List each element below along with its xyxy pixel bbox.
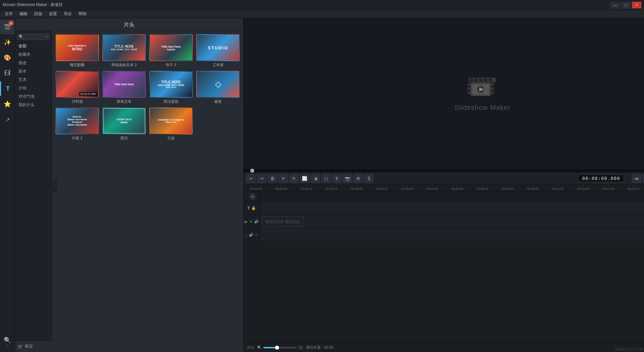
audio-track-mute-icon[interactable]: 🔊 — [249, 233, 254, 237]
zoom-controls: 缩放: 🔍 ⊡ — [247, 345, 303, 350]
category-intro[interactable]: 介绍 — [15, 84, 52, 92]
sidebar-item-zoom[interactable]: 🔍 + — [0, 335, 15, 349]
zoom-slider[interactable] — [263, 347, 297, 348]
thumbnail-preview: Creativity is contagious Pass it on. — [149, 107, 193, 134]
ruler-tick: 00:00:05 — [269, 185, 294, 190]
list-item[interactable]: STUDIO 工作室 — [196, 34, 240, 68]
sidebar-item-transition[interactable]: 🎞 — [0, 66, 15, 81]
sidebar-item-media[interactable]: 🎬 1 — [0, 19, 15, 34]
svg-rect-6 — [467, 91, 471, 94]
video-track-controls: ▶ 👁 🔊 — [244, 215, 260, 228]
category-basic[interactable]: 基本 — [15, 67, 52, 76]
category-all[interactable]: 全部 — [15, 42, 52, 50]
thumbnail-preview: 00:00:02:986 — [55, 71, 99, 98]
video-track-content[interactable]: 将您的文件 拖至此处 — [260, 215, 644, 228]
list-item[interactable]: Title text here 简单文本 — [102, 71, 146, 104]
list-item[interactable]: TITLE HERE AND SOME TEXT HERE SUB TITLE … — [149, 71, 193, 104]
settings-button[interactable]: ⚙ — [354, 174, 363, 183]
sidebar-item-filter[interactable]: 🎨 — [0, 50, 15, 65]
video-track-visibility-icon[interactable]: 👁 — [249, 220, 253, 224]
list-item[interactable]: ◇ 菱形 — [196, 71, 240, 104]
list-item[interactable]: TITLE HERE AND SOME TEXT HERE 带线条的文本 2 — [102, 34, 146, 68]
search-clear-icon[interactable]: ✕ — [45, 35, 48, 39]
list-item[interactable]: YOUR TEXT HERE 西式 — [102, 107, 146, 141]
track-row-video: ▶ 👁 🔊 将您的文件 拖至此处 — [244, 215, 644, 228]
window-controls: — □ ✕ — [610, 2, 641, 8]
svg-rect-7 — [491, 83, 494, 86]
undo-button[interactable]: ↩ — [246, 174, 256, 183]
track-row-text: T 🔒 — [244, 202, 644, 215]
project-length-label: 项目长度: 00:00 — [306, 345, 333, 350]
search-box[interactable]: 🔍 ✕ — [17, 34, 50, 40]
search-input[interactable] — [23, 35, 44, 39]
adjust-button[interactable]: ⇅ — [364, 174, 374, 183]
play-button[interactable]: ▶ — [643, 174, 644, 183]
close-button[interactable]: ✕ — [632, 2, 641, 8]
category-bubble[interactable]: 对话气泡 — [15, 92, 52, 101]
thumbnail-preview: TITLE HERE AND SOME TEXT HERE SUB TITLE — [149, 71, 193, 98]
text-track-content[interactable] — [260, 202, 644, 215]
maximize-button[interactable]: □ — [621, 2, 631, 8]
category-my-titles[interactable]: 我的片头 — [15, 101, 52, 109]
zoom-out-icon: 🔍 — [257, 346, 261, 349]
drop-zone[interactable]: 将您的文件 拖至此处 — [262, 216, 304, 227]
play-prev-button[interactable]: ⏮ — [632, 174, 641, 183]
thumbnail-preview: TITLE HERE AND SOME TEXT HERE — [102, 34, 146, 61]
sidebar-item-sticker[interactable]: ⭐ — [0, 97, 15, 112]
menu-edit[interactable]: 编辑 — [16, 10, 31, 17]
ruler-tick: 00:00:10 — [294, 185, 319, 190]
menu-playback[interactable]: 回放 — [31, 10, 46, 17]
delete-button[interactable]: 🗑 — [268, 174, 277, 183]
repeat-button[interactable]: ↻ — [289, 174, 299, 183]
search-icon: 🔍 — [19, 35, 23, 39]
audio-track-detach-icon[interactable]: ✂ — [255, 233, 258, 237]
list-item[interactable]: THE PERFECT INTRO 嗨范图圈 — [55, 34, 99, 68]
audio-track-content[interactable] — [260, 228, 644, 241]
video-track-icon: ▶ — [245, 219, 248, 224]
menu-export[interactable]: 导出 — [60, 10, 75, 17]
ruler-tick: 00:00:00 — [244, 185, 269, 190]
app-title: Movavi Slideshow Maker - 新项目 — [3, 2, 610, 8]
panel-collapse-button[interactable]: ‹ — [52, 179, 57, 192]
thumbnail-preview: YOUR TEXT HERE — [102, 107, 146, 134]
timeline-ruler: 00:00:00 00:00:05 00:00:10 00:00:15 00:0… — [244, 185, 644, 191]
redo-button[interactable]: ↪ — [257, 174, 266, 183]
list-item[interactable]: Title text here Subtitle 帘子 2 — [149, 34, 193, 68]
preview-screen: Slideshow Maker — [244, 18, 644, 169]
sidebar-item-motion[interactable]: ↗ — [0, 112, 15, 127]
close-clip-button[interactable]: ✕ — [278, 174, 288, 183]
color-button[interactable]: ◑ — [311, 174, 320, 183]
record-button[interactable]: 🎙 — [332, 174, 341, 183]
drop-zone-text: 将您的文件 拖至此处 — [265, 219, 300, 224]
ruler-tick: 00:00:40 — [445, 185, 470, 190]
ruler-tick: 00:01:00 — [545, 185, 571, 190]
crop-button[interactable]: ⬜ — [300, 174, 309, 183]
thumbnail-grid: THE PERFECT INTRO 嗨范图圈 TITLE HERE AND SO… — [55, 34, 240, 141]
ruler-tick-marks: 00:00:00 00:00:05 00:00:10 00:00:15 00:0… — [244, 185, 644, 191]
list-item[interactable]: Creativity is contagious Pass it on. 引述 — [149, 107, 193, 141]
list-item[interactable]: 00:00:02:986 计时器 — [55, 71, 99, 104]
category-describe[interactable]: 描述 — [15, 59, 52, 67]
list-item[interactable]: Director Name Surname Producer Name Surn… — [55, 107, 99, 141]
menu-settings[interactable]: 设置 — [46, 10, 60, 17]
video-track-audio-icon[interactable]: 🔊 — [254, 219, 259, 224]
thumbnail-preview: Title text here — [102, 71, 146, 98]
sidebar-item-magic[interactable]: ✨ — [0, 35, 15, 50]
ruler-tick: 00:00:45 — [470, 185, 495, 190]
add-track-button[interactable]: + — [249, 193, 256, 200]
category-art[interactable]: 艺术 — [15, 76, 52, 84]
timeline-progress-bar[interactable] — [244, 169, 644, 172]
menu-file[interactable]: 文件 — [1, 10, 16, 17]
camera-button[interactable]: 📷 — [343, 174, 352, 183]
minimize-button[interactable]: — — [610, 2, 620, 8]
menu-help[interactable]: 帮助 — [75, 10, 90, 17]
sidebar-item-title[interactable]: T — [0, 81, 15, 96]
shop-button[interactable]: 🛒 商店 — [15, 341, 243, 352]
playback-controls: ⏮ ▶ ⏭ — [632, 174, 644, 183]
progress-indicator[interactable] — [250, 169, 254, 173]
zoom-fit-icon[interactable]: ⊡ — [299, 345, 303, 350]
category-favorites[interactable]: 收藏夹 — [15, 50, 52, 59]
project-length-value: 00:00 — [324, 345, 333, 349]
audio-clip-button[interactable]: ◻ — [321, 174, 331, 183]
text-track-lock-icon[interactable]: 🔒 — [251, 206, 256, 210]
